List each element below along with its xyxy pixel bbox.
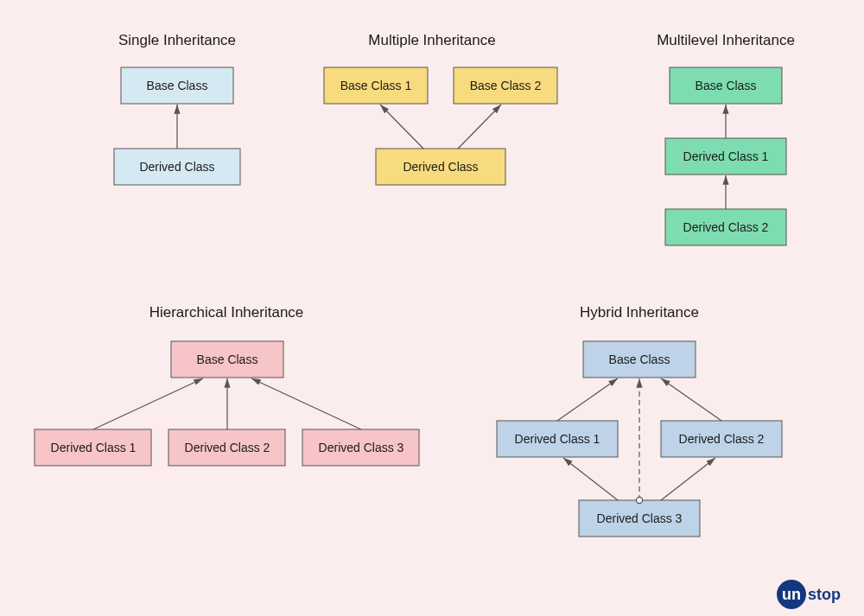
hier-base-label: Base Class (197, 352, 258, 366)
hybrid-arrow-d3-d2 (661, 458, 715, 500)
logo-un-text: un (782, 586, 801, 603)
single-title: Single Inheritance (118, 32, 236, 48)
multilevel-inheritance-group: Multilevel Inheritance Base Class Derive… (657, 32, 795, 245)
single-base-label: Base Class (147, 79, 208, 92)
hybrid-title: Hybrid Inheritance (580, 304, 699, 321)
multiple-inheritance-group: Multiple Inheritance Base Class 1 Base C… (324, 32, 557, 185)
multilevel-base-label: Base Class (696, 79, 757, 92)
multiple-arrow-left (380, 105, 423, 149)
single-inheritance-group: Single Inheritance Base Class Derived Cl… (114, 32, 240, 185)
inheritance-diagram: Single Inheritance Base Class Derived Cl… (0, 0, 864, 616)
hybrid-d3-label: Derived Class 3 (597, 511, 683, 525)
hybrid-inheritance-group: Hybrid Inheritance Base Class Derived Cl… (497, 304, 782, 537)
hier-d1-label: Derived Class 1 (51, 441, 137, 454)
hierarchical-title: Hierarchical Inheritance (149, 304, 304, 321)
hybrid-d2-label: Derived Class 2 (679, 432, 765, 446)
unstop-logo: un stop (777, 580, 841, 609)
multilevel-d1-label: Derived Class 1 (683, 149, 769, 163)
hier-arrow-3 (251, 378, 361, 429)
single-derived-label: Derived Class (139, 160, 214, 174)
multiple-base1-label: Base Class 1 (340, 79, 412, 92)
multiple-arrow-right (458, 105, 501, 149)
hybrid-arrow-d2-base (661, 378, 721, 421)
hier-d2-label: Derived Class 2 (185, 441, 270, 454)
multilevel-d2-label: Derived Class 2 (683, 220, 769, 234)
logo-stop-text: stop (808, 586, 841, 603)
hybrid-base-label: Base Class (609, 352, 670, 366)
multiple-title: Multiple Inheritance (368, 32, 495, 48)
hier-arrow-1 (93, 378, 203, 429)
hybrid-arrow-d1-base (557, 378, 618, 421)
hierarchical-inheritance-group: Hierarchical Inheritance Base Class Deri… (35, 304, 419, 466)
hybrid-d1-label: Derived Class 1 (515, 432, 600, 446)
hybrid-arrow-d3-d1 (563, 458, 618, 500)
multiple-derived-label: Derived Class (403, 160, 478, 174)
hier-d3-label: Derived Class 3 (319, 441, 404, 454)
multiple-base2-label: Base Class 2 (470, 79, 542, 92)
multilevel-title: Multilevel Inheritance (657, 32, 795, 48)
